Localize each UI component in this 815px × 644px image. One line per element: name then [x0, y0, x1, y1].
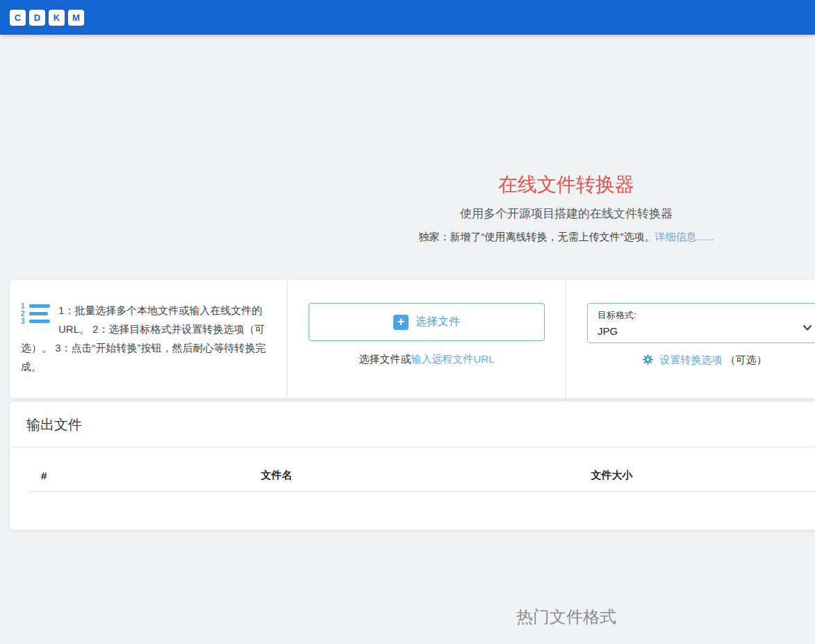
file-hint: 选择文件或输入远程文件URL: [308, 353, 545, 366]
table-header-row: # 文件名 文件大小: [26, 460, 815, 492]
logo-letter-k: K: [49, 10, 65, 26]
target-format-label: 目标格式:: [598, 309, 812, 322]
promo-text: 独家：新增了“使用离线转换，无需上传文件”选项。: [418, 231, 655, 242]
list-number-2: 2: [21, 310, 27, 317]
logo-letter-m: M: [68, 10, 84, 26]
output-files-table-wrap: # 文件名 文件大小: [10, 447, 815, 492]
top-navbar: C D K M: [0, 0, 815, 35]
details-link[interactable]: 详细信息......: [655, 231, 714, 242]
target-format-value: JPG: [598, 325, 812, 337]
header-index: #: [26, 460, 68, 492]
target-format-select[interactable]: 目标格式: JPG: [587, 303, 815, 343]
hero-section: 在线文件转换器 使用多个开源项目搭建的在线文件转换器 独家：新增了“使用离线转换…: [0, 174, 815, 244]
output-files-title: 输出文件: [10, 402, 815, 447]
page-title: 在线文件转换器: [0, 174, 815, 196]
file-chooser-panel: + 选择文件 选择文件或输入远程文件URL: [288, 280, 566, 398]
target-format-panel: 目标格式: JPG 设置转换选项 （可选）: [566, 280, 815, 398]
popular-formats-title: 热门文件格式: [0, 606, 815, 628]
chevron-down-icon: [802, 322, 812, 334]
conversion-options-suffix: （可选）: [725, 354, 767, 365]
conversion-options-line: 设置转换选项 （可选）: [587, 354, 815, 367]
promo-line: 独家：新增了“使用离线转换，无需上传文件”选项。详细信息......: [0, 231, 815, 244]
conversion-options-link[interactable]: 设置转换选项: [660, 354, 723, 365]
header-filesize: 文件大小: [485, 460, 739, 492]
converter-card: 1 2 3 1：批量选择多个本地文件或输入在线文件的URL。 2：选择目标格式并…: [10, 280, 815, 398]
gear-icon: [643, 354, 653, 367]
choose-file-label: 选择文件: [415, 315, 460, 329]
choose-file-button[interactable]: + 选择文件: [308, 303, 545, 341]
instructions-text: 1：批量选择多个本地文件或输入在线文件的URL。 2：选择目标格式并设置转换选项…: [21, 304, 266, 372]
header-filename: 文件名: [68, 460, 485, 492]
logo-letter-c: C: [10, 10, 26, 26]
header-extra: [739, 460, 815, 492]
page-subtitle: 使用多个开源项目搭建的在线文件转换器: [0, 206, 815, 222]
plus-icon: +: [393, 315, 409, 330]
output-files-card: 输出文件 # 文件名 文件大小: [10, 402, 815, 530]
list-number-1: 1: [21, 302, 27, 310]
file-hint-text: 选择文件或: [359, 353, 411, 365]
popular-formats-section: 热门文件格式: [0, 606, 815, 628]
output-files-table: # 文件名 文件大小: [26, 460, 815, 492]
instructions-panel: 1 2 3 1：批量选择多个本地文件或输入在线文件的URL。 2：选择目标格式并…: [10, 280, 288, 398]
ordered-list-icon: 1 2 3: [21, 302, 51, 325]
logo-letter-d: D: [29, 10, 45, 26]
list-number-3: 3: [21, 317, 27, 325]
cdkm-logo[interactable]: C D K M: [10, 10, 84, 26]
remote-url-link[interactable]: 输入远程文件URL: [411, 353, 494, 365]
